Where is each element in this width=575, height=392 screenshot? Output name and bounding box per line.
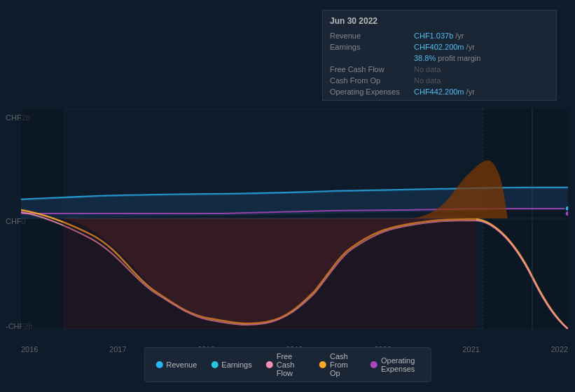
x-label-2016: 2016 [21, 345, 38, 354]
legend-label-opex: Operating Expenses [381, 356, 420, 373]
chart-svg [21, 108, 568, 329]
tooltip-row-cfo: Cash From Op No data [323, 75, 556, 86]
tooltip-value-fcf: No data [414, 65, 441, 74]
tooltip-label-opex: Operating Expenses [330, 88, 414, 96]
tooltip-value-cfo: No data [414, 76, 441, 85]
svg-rect-6 [483, 108, 568, 329]
tooltip-row-revenue: Revenue CHF1.037b /yr [323, 30, 556, 41]
tooltip-value-profit-margin: 38.8% profit margin [414, 54, 480, 62]
chart-legend: Revenue Earnings Free Cash Flow Cash Fro… [144, 347, 431, 382]
legend-dot-cfo [319, 361, 326, 368]
legend-label-revenue: Revenue [166, 360, 197, 369]
legend-label-earnings: Earnings [221, 360, 251, 369]
legend-item-revenue[interactable]: Revenue [155, 352, 197, 377]
legend-item-earnings[interactable]: Earnings [211, 352, 251, 377]
tooltip-value-revenue: CHF1.037b /yr [414, 31, 464, 40]
legend-dot-opex [370, 361, 377, 368]
chart-container: Jun 30 2022 Revenue CHF1.037b /yr Earnin… [0, 0, 575, 392]
tooltip-value-opex: CHF442.200m /yr [414, 88, 475, 96]
legend-item-fcf[interactable]: Free Cash Flow [266, 352, 305, 377]
legend-dot-fcf [266, 361, 273, 368]
svg-point-8 [565, 211, 568, 216]
tooltip-row-fcf: Free Cash Flow No data [323, 64, 556, 75]
x-label-2022: 2022 [550, 345, 567, 354]
tooltip-label-cfo: Cash From Op [330, 76, 414, 85]
x-label-2021: 2021 [462, 345, 479, 354]
x-label-2017: 2017 [109, 345, 126, 354]
legend-dot-revenue [155, 361, 162, 368]
legend-label-fcf: Free Cash Flow [277, 352, 305, 377]
tooltip-row-profit-margin: 38.8% profit margin [323, 52, 556, 64]
legend-item-opex[interactable]: Operating Expenses [370, 352, 420, 377]
legend-dot-earnings [211, 361, 218, 368]
tooltip-row-opex: Operating Expenses CHF442.200m /yr [323, 86, 556, 97]
tooltip-value-earnings: CHF402.200m /yr [414, 43, 475, 51]
legend-label-cfo: Cash From Op [330, 352, 356, 377]
legend-item-cfo[interactable]: Cash From Op [319, 352, 356, 377]
tooltip-label-earnings: Earnings [330, 43, 414, 51]
tooltip-row-earnings: Earnings CHF402.200m /yr [323, 41, 556, 52]
tooltip-label-fcf: Free Cash Flow [330, 65, 414, 74]
tooltip-panel: Jun 30 2022 Revenue CHF1.037b /yr Earnin… [322, 10, 557, 101]
tooltip-title: Jun 30 2022 [323, 16, 556, 30]
tooltip-label-revenue: Revenue [330, 31, 414, 40]
